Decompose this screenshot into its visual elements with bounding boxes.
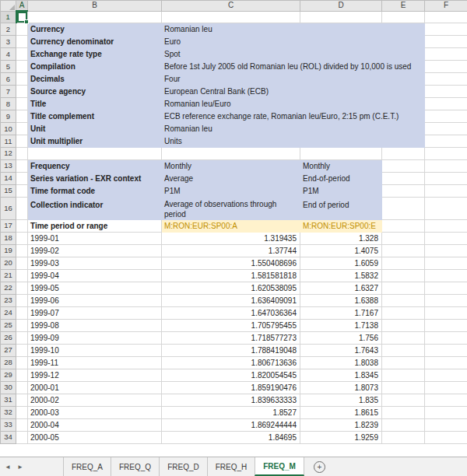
cell-B27[interactable]: 1999-10 bbox=[28, 344, 162, 356]
cell-E16[interactable] bbox=[382, 197, 425, 219]
cell-F9[interactable] bbox=[425, 110, 467, 123]
cell-C21[interactable]: 1.581581818 bbox=[162, 269, 300, 282]
cell-A30[interactable] bbox=[16, 381, 28, 394]
cell-C8[interactable]: Romanian leu/Euro bbox=[162, 98, 425, 110]
cell-A33[interactable] bbox=[16, 418, 28, 431]
cell-C12[interactable] bbox=[162, 148, 300, 160]
cell-E15[interactable] bbox=[382, 184, 425, 197]
cell-F26[interactable] bbox=[425, 331, 467, 344]
cell-E25[interactable] bbox=[382, 319, 425, 331]
sheet-tab-freq-d[interactable]: FREQ_D bbox=[159, 457, 208, 476]
cell-B1[interactable] bbox=[28, 11, 162, 23]
cell-D32[interactable]: 1.8615 bbox=[300, 406, 382, 418]
cell-A18[interactable] bbox=[16, 232, 28, 244]
column-header-B[interactable]: B bbox=[28, 1, 162, 12]
cell-E30[interactable] bbox=[382, 381, 425, 394]
row-header-15[interactable]: 15 bbox=[1, 184, 16, 197]
cell-E22[interactable] bbox=[382, 282, 425, 294]
cell-B9[interactable]: Title complement bbox=[28, 110, 162, 123]
row-header-14[interactable]: 14 bbox=[1, 172, 16, 184]
cell-F29[interactable] bbox=[425, 369, 467, 381]
cell-C26[interactable]: 1.718577273 bbox=[162, 331, 300, 344]
cell-F1[interactable] bbox=[425, 11, 467, 23]
cell-E29[interactable] bbox=[382, 369, 425, 381]
cell-D16[interactable]: End of period bbox=[300, 197, 382, 219]
row-header-3[interactable]: 3 bbox=[1, 36, 16, 48]
cell-C17[interactable]: M:RON:EUR:SP00:A bbox=[162, 219, 300, 232]
row-header-20[interactable]: 20 bbox=[1, 257, 16, 269]
cell-B5[interactable]: Compilation bbox=[28, 61, 162, 73]
cell-F10[interactable] bbox=[425, 123, 467, 135]
cell-D31[interactable]: 1.835 bbox=[300, 394, 382, 406]
cell-E31[interactable] bbox=[382, 394, 425, 406]
cell-C28[interactable]: 1.806713636 bbox=[162, 356, 300, 369]
cell-A4[interactable] bbox=[16, 48, 28, 61]
row-header-18[interactable]: 18 bbox=[1, 232, 16, 244]
cell-A32[interactable] bbox=[16, 406, 28, 418]
cell-A13[interactable] bbox=[16, 159, 28, 172]
select-all-button[interactable] bbox=[1, 1, 16, 12]
cell-A25[interactable] bbox=[16, 319, 28, 331]
row-header-25[interactable]: 25 bbox=[1, 319, 16, 331]
cell-C2[interactable]: Romanian leu bbox=[162, 23, 425, 36]
cell-E28[interactable] bbox=[382, 356, 425, 369]
cell-A3[interactable] bbox=[16, 36, 28, 48]
cell-D22[interactable]: 1.6327 bbox=[300, 282, 382, 294]
cell-F24[interactable] bbox=[425, 306, 467, 319]
row-header-9[interactable]: 9 bbox=[1, 110, 16, 123]
row-header-23[interactable]: 23 bbox=[1, 294, 16, 306]
new-sheet-button[interactable]: + bbox=[304, 457, 335, 476]
cell-A14[interactable] bbox=[16, 172, 28, 184]
cell-B20[interactable]: 1999-03 bbox=[28, 257, 162, 269]
cell-A1[interactable] bbox=[16, 11, 28, 23]
row-header-13[interactable]: 13 bbox=[1, 159, 16, 172]
row-header-12[interactable]: 12 bbox=[1, 148, 16, 160]
row-header-5[interactable]: 5 bbox=[1, 61, 16, 73]
cell-F25[interactable] bbox=[425, 319, 467, 331]
cell-B29[interactable]: 1999-12 bbox=[28, 369, 162, 381]
row-header-7[interactable]: 7 bbox=[1, 86, 16, 98]
row-header-19[interactable]: 19 bbox=[1, 244, 16, 257]
cell-C24[interactable]: 1.647036364 bbox=[162, 306, 300, 319]
cell-E19[interactable] bbox=[382, 244, 425, 257]
row-header-24[interactable]: 24 bbox=[1, 306, 16, 319]
cell-B19[interactable]: 1999-02 bbox=[28, 244, 162, 257]
cell-A10[interactable] bbox=[16, 123, 28, 135]
column-header-D[interactable]: D bbox=[300, 1, 382, 12]
cell-A19[interactable] bbox=[16, 244, 28, 257]
cell-F18[interactable] bbox=[425, 232, 467, 244]
cell-F19[interactable] bbox=[425, 244, 467, 257]
cell-C32[interactable]: 1.8527 bbox=[162, 406, 300, 418]
cell-D25[interactable]: 1.7138 bbox=[300, 319, 382, 331]
cell-A22[interactable] bbox=[16, 282, 28, 294]
row-header-21[interactable]: 21 bbox=[1, 269, 16, 282]
cell-D30[interactable]: 1.8073 bbox=[300, 381, 382, 394]
cell-F33[interactable] bbox=[425, 418, 467, 431]
cell-E13[interactable] bbox=[382, 159, 425, 172]
cell-C16[interactable]: Average of observations through period bbox=[162, 197, 300, 219]
cell-A26[interactable] bbox=[16, 331, 28, 344]
cell-D15[interactable]: P1M bbox=[300, 184, 382, 197]
column-header-C[interactable]: C bbox=[162, 1, 300, 12]
cell-A34[interactable] bbox=[16, 431, 28, 443]
cell-F28[interactable] bbox=[425, 356, 467, 369]
cell-B33[interactable]: 2000-04 bbox=[28, 418, 162, 431]
cell-A23[interactable] bbox=[16, 294, 28, 306]
cell-F22[interactable] bbox=[425, 282, 467, 294]
cell-C6[interactable]: Four bbox=[162, 73, 425, 86]
cell-B13[interactable]: Frequency bbox=[28, 159, 162, 172]
cell-F27[interactable] bbox=[425, 344, 467, 356]
cell-F7[interactable] bbox=[425, 86, 467, 98]
cell-A31[interactable] bbox=[16, 394, 28, 406]
cell-D27[interactable]: 1.7643 bbox=[300, 344, 382, 356]
cell-F6[interactable] bbox=[425, 73, 467, 86]
row-header-32[interactable]: 32 bbox=[1, 406, 16, 418]
cell-C5[interactable]: Before 1st July 2005 old Romanian leu (R… bbox=[162, 61, 425, 73]
cell-E17[interactable] bbox=[382, 219, 425, 232]
cell-F31[interactable] bbox=[425, 394, 467, 406]
cell-B26[interactable]: 1999-09 bbox=[28, 331, 162, 344]
cell-B14[interactable]: Series variation - EXR context bbox=[28, 172, 162, 184]
cell-C13[interactable]: Monthly bbox=[162, 159, 300, 172]
row-header-28[interactable]: 28 bbox=[1, 356, 16, 369]
row-header-11[interactable]: 11 bbox=[1, 135, 16, 148]
